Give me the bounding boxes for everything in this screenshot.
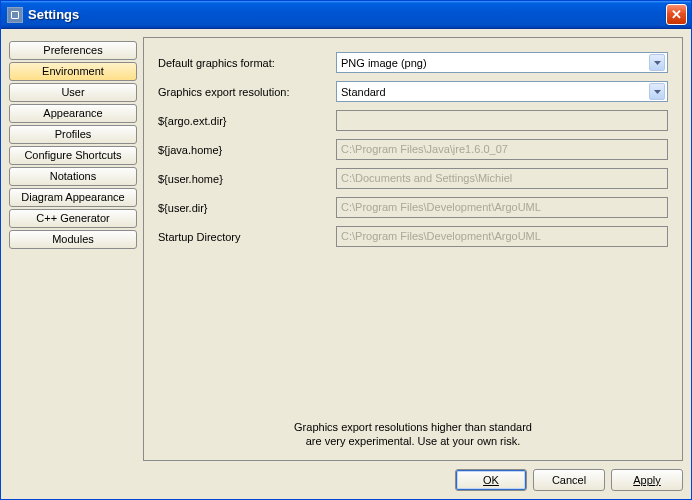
combo-graphics-export-resolution[interactable]: Standard	[336, 81, 668, 102]
sidebar-item-profiles[interactable]: Profiles	[9, 125, 137, 144]
label-startup-directory: Startup Directory	[158, 231, 330, 243]
note-line: are very experimental. Use at your own r…	[158, 434, 668, 448]
form-grid: Default graphics format: PNG image (png)…	[158, 52, 668, 247]
sidebar-item-label: Notations	[50, 170, 96, 182]
sidebar-item-cpp-generator[interactable]: C++ Generator	[9, 209, 137, 228]
sidebar-item-preferences[interactable]: Preferences	[9, 41, 137, 60]
sidebar-item-diagram-appearance[interactable]: Diagram Appearance	[9, 188, 137, 207]
label-user-dir: ${user.dir}	[158, 202, 330, 214]
button-label: Apply	[633, 474, 661, 486]
ok-button[interactable]: OK	[455, 469, 527, 491]
sidebar-item-notations[interactable]: Notations	[9, 167, 137, 186]
combo-value: Standard	[341, 86, 649, 98]
dialog-buttons: OK Cancel Apply	[9, 461, 683, 491]
label-graphics-export-resolution: Graphics export resolution:	[158, 86, 330, 98]
close-button[interactable]: ✕	[666, 4, 687, 25]
sidebar-item-configure-shortcuts[interactable]: Configure Shortcuts	[9, 146, 137, 165]
settings-window: Settings ✕ Preferences Environment User …	[0, 0, 692, 500]
sidebar-item-label: Profiles	[55, 128, 92, 140]
experimental-note: Graphics export resolutions higher than …	[158, 420, 668, 452]
field-user-dir: C:\Program Files\Development\ArgoUML	[336, 197, 668, 218]
sidebar-item-modules[interactable]: Modules	[9, 230, 137, 249]
combo-value: PNG image (png)	[341, 57, 649, 69]
chevron-down-icon	[649, 54, 665, 71]
note-line: Graphics export resolutions higher than …	[158, 420, 668, 434]
body-row: Preferences Environment User Appearance …	[9, 37, 683, 461]
main-panel: Default graphics format: PNG image (png)…	[143, 37, 683, 461]
sidebar-item-user[interactable]: User	[9, 83, 137, 102]
sidebar-item-label: Diagram Appearance	[21, 191, 124, 203]
chevron-down-icon	[649, 83, 665, 100]
sidebar-item-label: Modules	[52, 233, 94, 245]
sidebar-item-environment[interactable]: Environment	[9, 62, 137, 81]
label-default-graphics-format: Default graphics format:	[158, 57, 330, 69]
spacer	[158, 247, 668, 420]
apply-button[interactable]: Apply	[611, 469, 683, 491]
close-icon: ✕	[671, 7, 682, 22]
label-argo-ext-dir: ${argo.ext.dir}	[158, 115, 330, 127]
sidebar: Preferences Environment User Appearance …	[9, 37, 137, 461]
sidebar-item-label: Environment	[42, 65, 104, 77]
content-area: Preferences Environment User Appearance …	[1, 29, 691, 499]
window-title: Settings	[28, 7, 666, 22]
sidebar-item-label: Preferences	[43, 44, 102, 56]
button-label: OK	[483, 474, 499, 486]
field-argo-ext-dir[interactable]	[336, 110, 668, 131]
sidebar-item-label: C++ Generator	[36, 212, 109, 224]
label-user-home: ${user.home}	[158, 173, 330, 185]
sidebar-item-label: User	[61, 86, 84, 98]
app-icon	[7, 7, 23, 23]
field-startup-directory: C:\Program Files\Development\ArgoUML	[336, 226, 668, 247]
cancel-button[interactable]: Cancel	[533, 469, 605, 491]
button-label: Cancel	[552, 474, 586, 486]
sidebar-item-label: Configure Shortcuts	[24, 149, 121, 161]
field-java-home: C:\Program Files\Java\jre1.6.0_07	[336, 139, 668, 160]
sidebar-item-appearance[interactable]: Appearance	[9, 104, 137, 123]
field-user-home: C:\Documents and Settings\Michiel	[336, 168, 668, 189]
combo-default-graphics-format[interactable]: PNG image (png)	[336, 52, 668, 73]
label-java-home: ${java.home}	[158, 144, 330, 156]
sidebar-item-label: Appearance	[43, 107, 102, 119]
titlebar: Settings ✕	[1, 1, 691, 29]
